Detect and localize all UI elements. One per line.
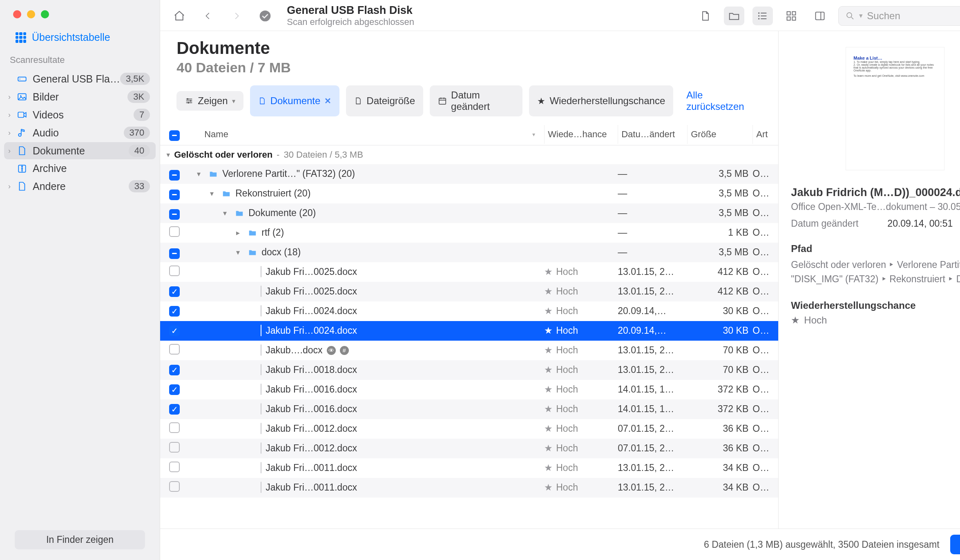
- row-checkbox[interactable]: [169, 170, 180, 181]
- filter-chip-wiederherstellungschance[interactable]: ★Wiederherstellungschance: [529, 85, 673, 116]
- new-file-button[interactable]: [695, 7, 716, 25]
- sidebar-item-audio[interactable]: › Audio 370: [4, 124, 156, 141]
- filter-chip-datumgendert[interactable]: Datum geändert: [430, 85, 522, 116]
- show-in-finder-button[interactable]: In Finder zeigen: [15, 530, 145, 549]
- row-checkbox[interactable]: [169, 462, 180, 472]
- row-checkbox[interactable]: [169, 422, 180, 433]
- fullscreen-window-button[interactable]: [41, 10, 49, 18]
- folder-view-button[interactable]: [724, 7, 744, 25]
- recover-button[interactable]: Retten: [950, 535, 960, 554]
- row-checkbox[interactable]: ✓: [169, 326, 180, 336]
- file-row[interactable]: ✓ Jakub Fri…0018.docx ★Hoch 13.01.15, 2……: [160, 360, 778, 380]
- row-chance: Hoch: [556, 482, 578, 493]
- page-title: Dokumente: [176, 38, 762, 58]
- close-window-button[interactable]: [13, 10, 21, 18]
- row-checkbox[interactable]: [169, 190, 180, 200]
- sidebar-item-dokumente[interactable]: › Dokumente 40: [4, 142, 156, 159]
- drive-icon: [16, 73, 28, 85]
- toggle-preview-button[interactable]: [810, 7, 830, 25]
- row-name: Verlorene Partit…" (FAT32) (20): [222, 168, 355, 179]
- row-name: rtf (2): [261, 227, 284, 238]
- row-checkbox[interactable]: ✓: [169, 404, 180, 415]
- column-size[interactable]: Größe: [687, 125, 752, 144]
- sidebar-item-andere[interactable]: › Andere 33: [4, 178, 156, 195]
- sidebar-item-label: Audio: [33, 127, 124, 139]
- file-row[interactable]: ✓ Jakub Fri…0016.docx ★Hoch 14.01.15, 1……: [160, 399, 778, 419]
- forward-button[interactable]: [226, 7, 247, 25]
- file-row[interactable]: Jakub Fri…0011.docx ★Hoch 13.01.15, 2… 3…: [160, 458, 778, 478]
- filter-chip-dokumente[interactable]: Dokumente✕: [250, 85, 340, 116]
- row-checkbox[interactable]: ✓: [169, 365, 180, 375]
- file-row[interactable]: ✓ Jakub Fri…0024.docx ★Hoch 20.09.14,… 3…: [160, 321, 778, 341]
- row-checkbox[interactable]: [169, 481, 180, 492]
- column-date[interactable]: Datu…ändert: [618, 125, 687, 144]
- sidebar-item-generalusbfla[interactable]: › General USB Fla… 3,5K: [4, 70, 156, 87]
- disclosure-icon[interactable]: ▸: [236, 228, 243, 237]
- sidebar-item-videos[interactable]: › Videos 7: [4, 106, 156, 123]
- row-name: docx (18): [261, 247, 301, 258]
- disclosure-icon[interactable]: ▾: [223, 209, 230, 218]
- row-checkbox[interactable]: ✓: [169, 286, 180, 297]
- file-row[interactable]: Jakub….docx 👁# ★Hoch 13.01.15, 2… 70 KB …: [160, 341, 778, 360]
- chip-icon: [354, 96, 362, 105]
- show-filter-button[interactable]: Zeigen ▾: [176, 91, 243, 111]
- row-kind: Office Op…: [752, 443, 771, 454]
- row-checkbox[interactable]: [169, 442, 180, 453]
- star-icon: ★: [791, 315, 800, 326]
- row-checkbox[interactable]: [169, 209, 180, 220]
- file-row[interactable]: ✓ Jakub Fri…0025.docx ★Hoch 13.01.15, 2……: [160, 282, 778, 301]
- folder-row[interactable]: ▾ Dokumente (20) — 3,5 MB Ordner: [160, 203, 778, 223]
- filter-chip-dateigre[interactable]: Dateigröße: [346, 85, 423, 116]
- file-icon: [261, 443, 261, 454]
- disclosure-icon[interactable]: ▾: [197, 170, 204, 178]
- search-field[interactable]: ▾ Suchen: [838, 6, 960, 26]
- window-controls: [0, 0, 160, 28]
- column-chance[interactable]: Wiede…hance: [544, 125, 618, 144]
- disclosure-icon[interactable]: ▾: [236, 248, 243, 257]
- home-button[interactable]: [169, 7, 190, 25]
- back-button[interactable]: [198, 7, 218, 25]
- column-name[interactable]: Name: [192, 129, 528, 140]
- file-row[interactable]: ✓ Jakub Fri…0016.docx ★Hoch 14.01.15, 1……: [160, 380, 778, 399]
- list-view-button[interactable]: [752, 7, 773, 25]
- sort-indicator-icon[interactable]: ▾: [532, 131, 541, 138]
- remove-chip-icon[interactable]: ✕: [324, 96, 331, 106]
- folder-row[interactable]: ▾ docx (18) — 3,5 MB Ordner: [160, 243, 778, 262]
- file-icon: [261, 325, 261, 336]
- grid-view-button[interactable]: [781, 7, 801, 25]
- row-date: 20.09.14,…: [618, 306, 687, 317]
- file-row[interactable]: Jakub Fri…0012.docx ★Hoch 07.01.15, 2… 3…: [160, 439, 778, 458]
- group-header[interactable]: ▾ Gelöscht oder verloren - 30 Dateien / …: [160, 145, 778, 164]
- svg-point-7: [260, 10, 271, 21]
- sidebar-item-bilder[interactable]: › Bilder 3K: [4, 88, 156, 105]
- minimize-window-button[interactable]: [27, 10, 35, 18]
- row-checkbox[interactable]: [169, 248, 180, 259]
- chevron-down-icon: ▾: [859, 11, 863, 20]
- row-checkbox[interactable]: [169, 226, 180, 237]
- sidebar: Übersichtstabelle Scanresultate › Genera…: [0, 0, 160, 560]
- svg-point-19: [188, 102, 190, 104]
- reset-filters-button[interactable]: Alle zurücksetzen: [686, 89, 762, 112]
- folder-row[interactable]: ▾ Rekonstruiert (20) — 3,5 MB Ordner: [160, 184, 778, 203]
- file-icon: [261, 345, 261, 356]
- sidebar-item-archive[interactable]: › Archive: [4, 160, 156, 177]
- file-row[interactable]: Jakub Fri…0025.docx ★Hoch 13.01.15, 2… 4…: [160, 262, 778, 282]
- select-all-checkbox[interactable]: [160, 124, 189, 145]
- row-checkbox[interactable]: [169, 344, 180, 355]
- file-row[interactable]: Jakub Fri…0012.docx ★Hoch 07.01.15, 2… 3…: [160, 419, 778, 439]
- row-checkbox[interactable]: ✓: [169, 306, 180, 317]
- folder-icon: [248, 248, 257, 257]
- column-kind[interactable]: Art: [752, 125, 771, 144]
- sidebar-item-badge: 7: [134, 109, 150, 121]
- row-checkbox[interactable]: [169, 265, 180, 276]
- folder-row[interactable]: ▾ Verlorene Partit…" (FAT32) (20) — 3,5 …: [160, 164, 778, 184]
- row-name: Jakub Fri…0011.docx: [266, 462, 357, 473]
- file-row[interactable]: Jakub Fri…0011.docx ★Hoch 13.01.15, 2… 3…: [160, 478, 778, 498]
- file-icon: [261, 266, 261, 277]
- folder-row[interactable]: ▸ rtf (2) — 1 KB Ordner: [160, 223, 778, 243]
- file-row[interactable]: ✓ Jakub Fri…0024.docx ★Hoch 20.09.14,… 3…: [160, 301, 778, 321]
- sidebar-item-label: Andere: [33, 181, 129, 192]
- overview-button[interactable]: Übersichtstabelle: [0, 28, 160, 52]
- row-checkbox[interactable]: ✓: [169, 384, 180, 395]
- disclosure-icon[interactable]: ▾: [210, 189, 217, 198]
